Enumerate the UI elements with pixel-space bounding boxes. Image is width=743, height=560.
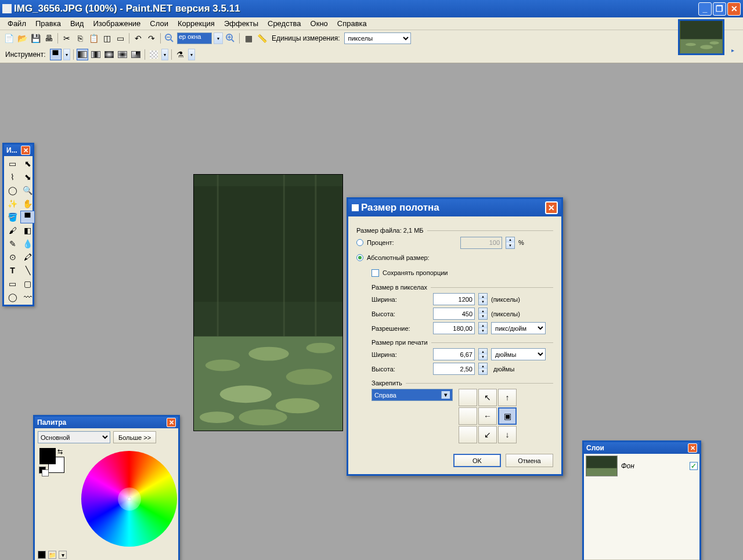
zoom-combo-arrow[interactable]: ▾	[214, 32, 223, 44]
redo-icon[interactable]: ↷	[146, 32, 157, 44]
primary-color-select[interactable]: Основной	[38, 431, 110, 443]
undo-icon[interactable]: ↶	[132, 32, 144, 44]
tool-magic-wand[interactable]: ✨	[5, 197, 20, 210]
manage-palette-icon[interactable]: 📁	[48, 551, 56, 559]
width-print-unit-select[interactable]: дюймы	[491, 348, 546, 360]
cut-icon[interactable]: ✂	[61, 32, 73, 44]
layer-row[interactable]: Фон ✓	[584, 454, 699, 478]
instrument-gradient-icon[interactable]: ▀	[50, 49, 62, 60]
blend-mode-icon[interactable]: ⚗	[175, 49, 186, 60]
tool-ellipse[interactable]: ◯	[5, 291, 20, 304]
layer-visible-checkbox[interactable]: ✓	[690, 462, 698, 470]
tool-recolor[interactable]: 🖍	[20, 251, 35, 263]
menu-window[interactable]: Окно	[306, 18, 333, 29]
units-select[interactable]: пикселы	[344, 32, 411, 44]
blend-mode-dropdown[interactable]: ▾	[188, 49, 195, 60]
tool-clone-stamp[interactable]: ⊙	[5, 251, 20, 263]
keep-ratio-checkbox[interactable]	[372, 269, 379, 277]
new-icon[interactable]: 📄	[3, 32, 15, 44]
resolution-input[interactable]	[433, 322, 475, 334]
zoom-in-icon[interactable]	[225, 32, 236, 44]
absolute-radio[interactable]	[356, 254, 363, 261]
window-close-button[interactable]: ✕	[727, 2, 741, 16]
width-px-spinner[interactable]: ▲▼	[478, 293, 488, 305]
width-px-input[interactable]	[433, 293, 475, 305]
ruler-icon[interactable]: 📏	[256, 32, 268, 44]
grid-icon[interactable]: ▦	[243, 32, 254, 44]
canvas[interactable]	[193, 174, 343, 431]
menu-image[interactable]: Изображение	[88, 18, 145, 29]
gradient-linear-reflected-icon[interactable]	[90, 49, 102, 60]
add-palette-color-icon[interactable]	[38, 551, 46, 559]
tool-freeform[interactable]: 〰	[20, 291, 35, 304]
anchor-nw[interactable]	[459, 389, 477, 406]
gradient-linear-icon[interactable]	[77, 49, 88, 60]
height-print-spinner[interactable]: ▲▼	[478, 363, 488, 375]
menu-file[interactable]: Файл	[3, 18, 31, 29]
tool-zoom[interactable]: 🔍	[20, 184, 35, 197]
tool-color-picker[interactable]: 💧	[20, 237, 35, 250]
tool-move-selected[interactable]: ⬉	[20, 157, 35, 170]
menu-view[interactable]: Вид	[66, 18, 89, 29]
more-button[interactable]: Больше >>	[113, 431, 156, 443]
preview-thumbnail[interactable]	[678, 19, 724, 55]
height-print-input[interactable]	[433, 363, 475, 375]
window-minimize-button[interactable]: _	[698, 2, 712, 16]
tool-rounded-rect[interactable]: ▢	[20, 277, 35, 290]
reset-colors-icon[interactable]	[39, 467, 46, 474]
gradient-alpha-icon[interactable]	[148, 49, 160, 60]
swap-colors-icon[interactable]: ⇆	[57, 448, 63, 456]
resolution-unit-select[interactable]: пикс/дюйм	[491, 322, 546, 334]
anchor-ne[interactable]: ↑	[498, 389, 517, 406]
paste-icon[interactable]: 📋	[88, 32, 99, 44]
ok-button[interactable]: OK	[453, 454, 501, 467]
anchor-e[interactable]: ▣	[498, 407, 517, 425]
menu-edit[interactable]: Правка	[31, 18, 66, 29]
anchor-s[interactable]: ↙	[478, 426, 497, 443]
tool-eraser[interactable]: ◧	[20, 224, 35, 237]
palette-menu-icon[interactable]: ▾	[59, 551, 67, 559]
height-px-input[interactable]	[433, 308, 475, 320]
zoom-out-icon[interactable]	[164, 32, 175, 44]
gradient-alpha-dropdown[interactable]: ▾	[161, 49, 168, 60]
menu-effects[interactable]: Эффекты	[219, 18, 263, 29]
window-maximize-button[interactable]: ❐	[713, 2, 726, 16]
copy-icon[interactable]: ⎘	[74, 32, 86, 44]
primary-color-swatch[interactable]	[39, 448, 56, 464]
tool-gradient[interactable]: ▀	[20, 211, 35, 223]
print-icon[interactable]: 🖶	[43, 32, 55, 44]
width-print-spinner[interactable]: ▲▼	[478, 348, 488, 360]
tool-pan[interactable]: ✋	[20, 197, 35, 210]
colors-panel-close-button[interactable]: ✕	[167, 418, 176, 427]
tool-rectangle[interactable]: ▭	[5, 277, 20, 290]
open-icon[interactable]: 📂	[16, 32, 28, 44]
tool-paintbrush[interactable]: 🖌	[5, 224, 20, 237]
tool-paint-bucket[interactable]: 🪣	[5, 211, 20, 223]
menu-adjust[interactable]: Коррекция	[173, 18, 219, 29]
tool-rect-select[interactable]: ▭	[5, 157, 20, 170]
tool-ellipse-select[interactable]: ◯	[5, 184, 20, 197]
color-wheel[interactable]	[81, 451, 177, 547]
gradient-diamond-icon[interactable]	[103, 49, 115, 60]
menu-tools[interactable]: Средства	[263, 18, 306, 29]
crop-icon[interactable]: ◫	[101, 32, 113, 44]
tool-lasso[interactable]: ⌇	[5, 171, 20, 183]
dialog-close-button[interactable]: ✕	[545, 201, 558, 214]
menu-layers[interactable]: Слои	[145, 18, 173, 29]
save-icon[interactable]: 💾	[30, 32, 41, 44]
tool-line[interactable]: ╲	[20, 264, 35, 277]
menu-help[interactable]: Справка	[333, 18, 372, 29]
preview-menu-icon[interactable]: ▸	[728, 46, 737, 53]
tools-panel-close-button[interactable]: ✕	[21, 146, 30, 155]
instrument-dropdown[interactable]: ▾	[63, 49, 70, 60]
cancel-button[interactable]: Отмена	[506, 454, 553, 467]
layers-panel-close-button[interactable]: ✕	[688, 443, 697, 453]
percent-radio[interactable]	[356, 239, 363, 246]
gradient-radial-icon[interactable]	[117, 49, 128, 60]
gradient-conical-icon[interactable]	[130, 49, 142, 60]
deselect-icon[interactable]: ▭	[114, 32, 126, 44]
tool-text[interactable]: T	[5, 264, 20, 277]
anchor-sw[interactable]	[459, 426, 477, 443]
anchor-select[interactable]: Справа▾	[372, 389, 453, 401]
tool-move-selection[interactable]: ⬊	[20, 171, 35, 183]
